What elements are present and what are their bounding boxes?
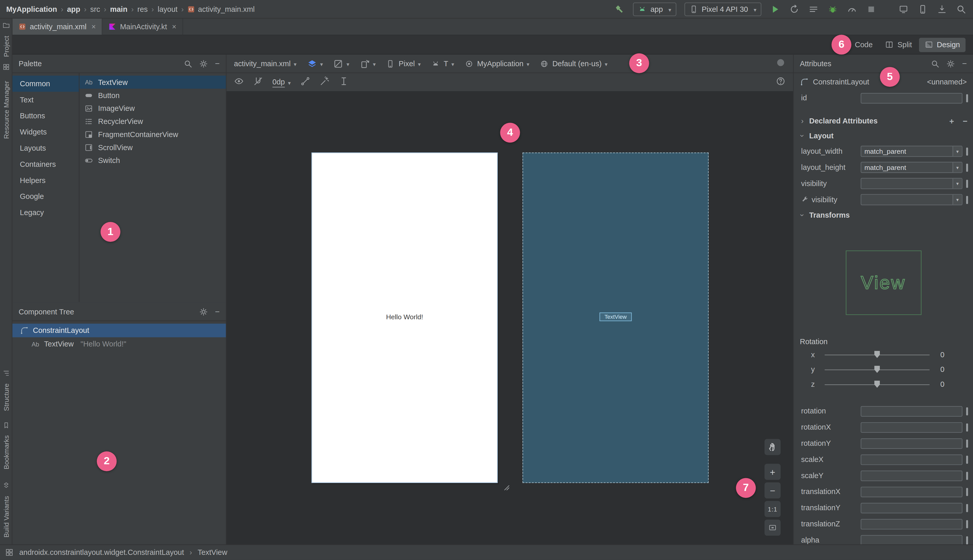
help-icon[interactable] [776, 76, 786, 88]
status-class-path[interactable]: androidx.constraintlayout.widget.Constra… [19, 548, 184, 557]
device-selector[interactable]: Pixel [386, 59, 421, 68]
sidebar-item-project[interactable]: Project [0, 31, 12, 62]
slider-thumb[interactable] [874, 380, 880, 388]
tools-visibility-dropdown[interactable] [861, 194, 963, 205]
chevron-down-icon[interactable] [953, 178, 962, 188]
transforms-section[interactable]: Transforms [794, 208, 973, 223]
build-hammer-icon[interactable] [614, 3, 625, 14]
breadcrumb-file[interactable]: activity_main.xml [198, 5, 255, 13]
slider-thumb[interactable] [874, 351, 880, 358]
rotation-x-input[interactable] [861, 422, 963, 432]
blueprint-textview[interactable]: TextView [600, 313, 632, 321]
sdk-manager-icon[interactable] [936, 3, 947, 14]
slider-track[interactable] [825, 384, 930, 385]
scale-y-input[interactable] [861, 470, 963, 481]
palette-category-legacy[interactable]: Legacy [12, 205, 79, 221]
chevron-down-icon[interactable] [953, 146, 962, 156]
attr-flag[interactable] [966, 536, 968, 544]
autoconnect-icon[interactable] [253, 76, 263, 88]
palette-item-fragmentcontainerview[interactable]: FragmentContainerView [79, 128, 226, 141]
sidebar-item-bookmarks[interactable]: Bookmarks [0, 430, 12, 474]
sidebar-item-structure[interactable]: Structure [0, 378, 12, 417]
palette-item-button[interactable]: Button [79, 88, 226, 102]
surface-mode-selector[interactable] [307, 58, 323, 68]
palette-category-text[interactable]: Text [12, 92, 79, 108]
search-everywhere-icon[interactable] [956, 3, 966, 14]
design-file-selector[interactable]: activity_main.xml [234, 59, 297, 68]
palette-item-scrollview[interactable]: ScrollView [79, 141, 226, 154]
palette-category-layouts[interactable]: Layouts [12, 140, 79, 156]
attr-flag[interactable] [966, 439, 968, 447]
orientation-selector[interactable] [360, 58, 376, 68]
palette-item-imageview[interactable]: ImageView [79, 102, 226, 115]
blueprint-view-phone[interactable]: TextView [522, 152, 709, 483]
tree-row-constraintlayout[interactable]: ConstraintLayout [12, 323, 226, 337]
attr-flag[interactable] [966, 195, 968, 203]
run-button[interactable] [769, 3, 781, 14]
attr-flag[interactable] [966, 407, 968, 415]
profiler-button[interactable] [846, 3, 858, 14]
add-attribute-icon[interactable]: + [950, 116, 954, 125]
search-icon[interactable] [184, 59, 193, 68]
design-surface[interactable]: Hello World! TextView + − 1:1 [227, 92, 793, 545]
palette-category-helpers[interactable]: Helpers [12, 172, 79, 188]
visibility-dropdown[interactable] [861, 178, 963, 189]
stop-button[interactable] [866, 3, 877, 14]
slider-thumb[interactable] [874, 365, 880, 373]
hello-world-textview[interactable]: Hello World! [312, 313, 497, 320]
zoom-ratio-button[interactable]: 1:1 [764, 501, 781, 517]
translation-y-input[interactable] [861, 503, 963, 513]
attr-flag[interactable] [966, 94, 968, 102]
breadcrumb-src[interactable]: src [90, 5, 100, 13]
apply-changes-button[interactable] [789, 3, 800, 14]
layout-height-dropdown[interactable]: match_parent [861, 162, 963, 173]
rotation-input[interactable] [861, 406, 963, 416]
tab-activity-main-xml[interactable]: activity_main.xml × [12, 18, 102, 35]
rotation-y-input[interactable] [861, 438, 963, 448]
debug-button[interactable] [827, 3, 838, 14]
breadcrumb-main[interactable]: main [110, 5, 127, 13]
guidelines-icon[interactable] [339, 76, 349, 88]
close-icon[interactable]: × [92, 22, 96, 31]
translation-z-input[interactable] [861, 519, 963, 529]
apply-code-changes-button[interactable] [808, 3, 819, 14]
issue-panel-icon[interactable] [776, 58, 786, 70]
attr-flag[interactable] [966, 179, 968, 187]
scale-x-input[interactable] [861, 454, 963, 465]
hide-panel-icon[interactable]: − [215, 59, 220, 68]
palette-item-switch[interactable]: Switch [79, 154, 226, 167]
layout-section[interactable]: Layout [794, 128, 973, 143]
sidebar-item-build-variants[interactable]: Build Variants [0, 490, 12, 543]
emulator-icon[interactable] [917, 3, 928, 14]
breadcrumb-app[interactable]: app [67, 5, 80, 13]
status-selected-component[interactable]: TextView [197, 548, 227, 557]
gear-icon[interactable] [199, 307, 208, 316]
view-options-icon[interactable] [234, 76, 244, 88]
slider-track[interactable] [825, 369, 930, 370]
theme-selector[interactable]: MyApplication [465, 59, 529, 68]
attr-flag[interactable] [966, 488, 968, 496]
zoom-out-button[interactable]: − [764, 482, 781, 498]
breadcrumb-layout[interactable]: layout [158, 5, 177, 13]
zoom-in-button[interactable]: + [764, 464, 781, 480]
locale-selector[interactable]: Default (en-us) [540, 59, 607, 68]
translation-x-input[interactable] [861, 486, 963, 497]
palette-item-textview[interactable]: Ab TextView [79, 76, 226, 89]
night-mode-selector[interactable] [333, 58, 349, 68]
layout-width-dropdown[interactable]: match_parent [861, 146, 963, 157]
api-version-selector[interactable]: T [431, 59, 454, 68]
attr-flag[interactable] [966, 455, 968, 463]
slider-track[interactable] [825, 355, 930, 355]
gear-icon[interactable] [199, 59, 208, 68]
tool-window-switcher-icon[interactable] [5, 548, 13, 557]
palette-category-containers[interactable]: Containers [12, 156, 79, 172]
sidebar-item-resource-manager[interactable]: Resource Manager [0, 72, 12, 148]
breadcrumb-res[interactable]: res [137, 5, 148, 13]
alpha-input[interactable] [861, 535, 963, 544]
attr-flag[interactable] [966, 504, 968, 512]
palette-category-widgets[interactable]: Widgets [12, 124, 79, 140]
chevron-down-icon[interactable] [953, 162, 962, 172]
zoom-fit-button[interactable] [764, 520, 781, 536]
breadcrumb-project[interactable]: MyApplication [6, 5, 57, 13]
clear-constraints-icon[interactable] [300, 76, 310, 88]
